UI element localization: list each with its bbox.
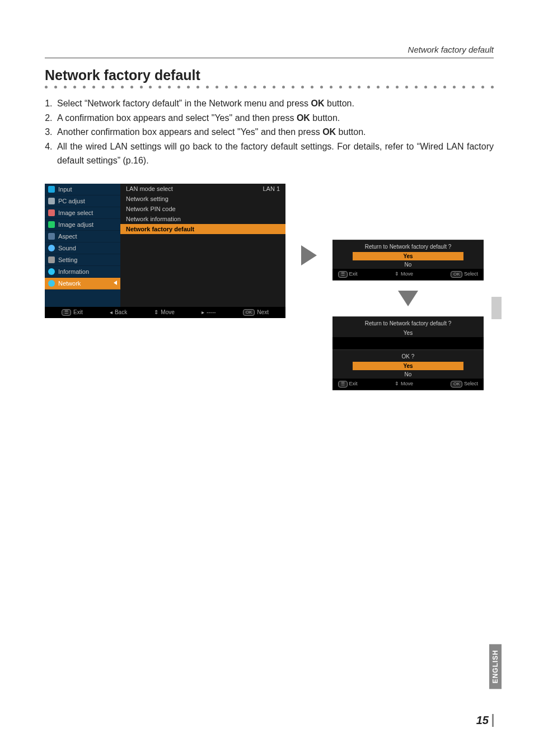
confirm-dialog-1: Return to Network factory default ? Yes … — [332, 240, 484, 281]
chevron-left-icon — [114, 281, 117, 285]
aspect-icon — [48, 233, 55, 240]
sidebar-item-pc-adjust[interactable]: PC adjust — [45, 195, 120, 207]
section-title: Network factory default — [45, 67, 494, 83]
dialog2-question: Return to Network factory default ? — [332, 317, 484, 329]
move-icon: ⇕ — [395, 271, 399, 277]
ok-key-icon: OK — [243, 309, 255, 316]
menu-key-icon: ☰ — [338, 381, 348, 388]
sidebar-item-network[interactable]: Network — [45, 278, 120, 290]
menu-key-icon: ☰ — [338, 271, 348, 278]
sound-icon — [48, 245, 55, 251]
arrow-down-icon — [398, 291, 418, 306]
ok-key-icon: OK — [451, 381, 463, 388]
dialog2-footer: ☰ Exit ⇕ Move OK Select — [332, 379, 484, 390]
language-tab: ENGLISH — [489, 644, 502, 689]
submenu-network-pin[interactable]: Network PIN code — [120, 204, 285, 214]
right-icon: ▸ — [202, 309, 204, 315]
osd-submenu: LAN mode selectLAN 1 Network setting Net… — [120, 184, 285, 307]
step-3: Another confirmation box appears and sel… — [55, 125, 494, 139]
input-icon — [48, 186, 55, 193]
ok-key-icon: OK — [451, 271, 463, 278]
info-icon — [48, 268, 55, 275]
submenu-lan-mode[interactable]: LAN mode selectLAN 1 — [120, 184, 285, 194]
instruction-list: Select “Network factory default” in the … — [45, 96, 494, 168]
menu-key-icon: ☰ — [62, 309, 71, 316]
dialog2-yes[interactable]: Yes — [353, 362, 463, 370]
submenu-network-factory-default[interactable]: Network factory default — [120, 224, 285, 234]
pc-icon — [48, 198, 55, 204]
running-header: Network factory default — [45, 45, 494, 58]
submenu-network-info[interactable]: Network information — [120, 214, 285, 224]
dialog1-footer: ☰ Exit ⇕ Move OK Select — [332, 269, 484, 280]
back-icon: ◂ — [110, 309, 113, 315]
osd-menu-screenshot: Input PC adjust Image select Image adjus… — [45, 184, 285, 318]
move-icon: ⇕ — [395, 381, 399, 386]
dialog1-yes[interactable]: Yes — [353, 252, 463, 260]
sidebar-item-image-adjust[interactable]: Image adjust — [45, 219, 120, 231]
move-icon: ⇕ — [154, 309, 158, 315]
dialog1-question: Return to Network factory default ? — [332, 240, 484, 252]
dialog2-yes-top[interactable]: Yes — [332, 329, 484, 337]
dialog1-no[interactable]: No — [332, 260, 484, 269]
step-2: A confirmation box appears and select "Y… — [55, 111, 494, 125]
sidebar-item-sound[interactable]: Sound — [45, 242, 120, 254]
dialog2-no[interactable]: No — [332, 370, 484, 379]
step-1: Select “Network factory default” in the … — [55, 96, 494, 111]
sidebar-item-image-select[interactable]: Image select — [45, 207, 120, 219]
osd-sidebar: Input PC adjust Image select Image adjus… — [45, 184, 120, 307]
dialog2-ok-question: OK ? — [332, 349, 484, 362]
side-tab-marker — [491, 297, 502, 319]
confirm-dialog-2: Return to Network factory default ? Yes … — [332, 316, 484, 390]
submenu-network-setting[interactable]: Network setting — [120, 194, 285, 204]
sidebar-item-aspect[interactable]: Aspect — [45, 231, 120, 242]
arrow-right-icon — [301, 245, 317, 265]
dot-divider — [45, 86, 494, 88]
osd-footer: ☰Exit ◂Back ⇕Move ▸----- OKNext — [45, 307, 285, 318]
image-adjust-icon — [48, 221, 55, 228]
step-4: All the wired LAN settings will go back … — [55, 139, 494, 168]
sidebar-item-information[interactable]: Information — [45, 266, 120, 278]
image-select-icon — [48, 209, 55, 216]
sidebar-item-setting[interactable]: Setting — [45, 254, 120, 266]
page-number: 15 — [476, 714, 494, 727]
sidebar-item-input[interactable]: Input — [45, 184, 120, 195]
network-icon — [48, 280, 55, 287]
setting-icon — [48, 256, 55, 263]
